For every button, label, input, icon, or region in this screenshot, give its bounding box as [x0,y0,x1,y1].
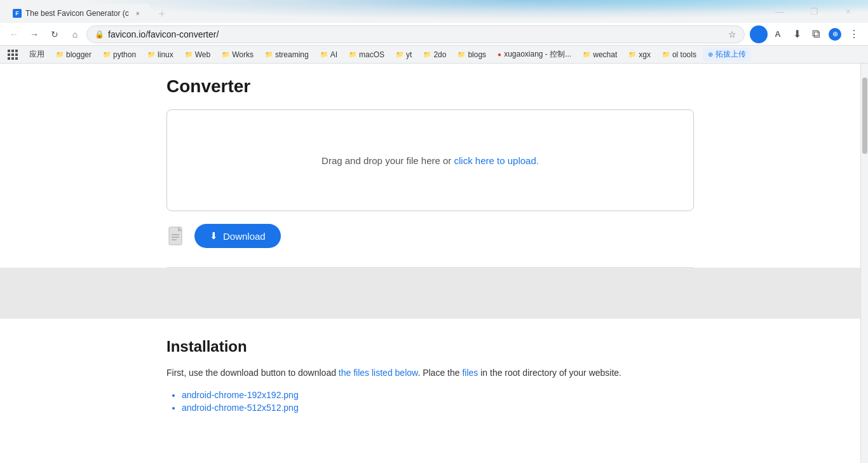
converter-section: Converter Drag and drop your file here o… [166,64,694,268]
bookmark-xugaoxiang-label: xugaoxiang - 控制... [504,49,571,60]
tab-area: F The best Favicon Generator (c × + [5,0,763,23]
file-drop-zone[interactable]: Drag and drop your file here or click he… [166,109,694,211]
svg-rect-4 [11,53,14,56]
tab-title: The best Favicon Generator (c [25,9,129,18]
upload-link[interactable]: click here to upload. [454,155,539,166]
bookmark-web[interactable]: 📁 Web [180,49,215,60]
back-button[interactable]: ← [5,25,23,43]
bookmark-ai[interactable]: 📁 AI [315,49,342,60]
files-link-2[interactable]: files [462,368,478,378]
download-button[interactable]: ⬇ Download [194,224,281,248]
bookmark-wechat[interactable]: 📁 wechat [578,49,622,60]
bookmark-ol-tools-label: ol tools [672,50,696,59]
bookmark-yt-label: yt [406,50,412,59]
installation-content: Installation First, use the download but… [154,319,707,434]
file-placeholder-icon [166,226,187,246]
url-input[interactable]: 🔒 favicon.io/favicon-converter/ ☆ [86,25,745,43]
bookmark-linux[interactable]: 📁 linux [142,49,179,60]
scrollbar-thumb[interactable] [862,78,867,154]
page-content: Converter Drag and drop your file here o… [0,64,860,463]
download-manager-icon[interactable]: ⬇ [788,25,806,43]
converter-title: Converter [166,76,694,97]
refresh-button[interactable]: ↻ [46,25,64,43]
svg-rect-6 [8,57,10,60]
bookmark-blogger-label: blogger [66,50,92,59]
apps-button[interactable] [5,47,20,62]
forward-button[interactable]: → [25,25,43,43]
bookmark-apps-label: 应用 [29,49,44,60]
svg-rect-0 [8,50,10,52]
window-controls: — ❐ × [765,0,863,23]
bookmark-xgx-label: xgx [639,50,651,59]
bookmark-macos[interactable]: 📁 macOS [344,49,390,60]
bookmark-wechat-label: wechat [593,50,617,59]
bookmark-2do-label: 2do [433,50,446,59]
translate-icon[interactable]: A [769,25,787,43]
profile-icon [750,25,768,43]
svg-rect-7 [11,57,14,60]
drop-text-prefix: Drag and drop your file here or [322,155,454,166]
bookmark-tuoba[interactable]: ⊕ 拓拔上传 [703,48,751,61]
download-label: Download [223,231,266,242]
bookmark-xugaoxiang[interactable]: ● xugaoxiang - 控制... [492,48,576,61]
active-tab[interactable]: F The best Favicon Generator (c × [5,4,151,23]
tab-close-button[interactable]: × [133,8,143,18]
drop-zone-text: Drag and drop your file here or click he… [322,155,539,166]
bookmark-web-label: Web [195,50,210,59]
scrollbar[interactable] [860,64,868,463]
home-button[interactable]: ⌂ [66,25,84,43]
bookmark-works[interactable]: 📁 Works [217,49,259,60]
page-area: Converter Drag and drop your file here o… [0,64,868,463]
download-area: ⬇ Download [166,224,694,248]
toolbar-right: A ⬇ ⧉ ⊕ ⋮ [750,25,863,43]
bookmarks-bar: 应用 📁 blogger 📁 python 📁 linux 📁 Web 📁 Wo… [0,46,868,64]
close-button[interactable]: × [834,0,863,23]
bookmark-2do[interactable]: 📁 2do [418,49,451,60]
svg-rect-5 [15,53,18,56]
bookmark-linux-label: linux [158,50,173,59]
bookmark-blogs-label: blogs [468,50,486,59]
file-link-1[interactable]: android-chrome-192x192.png [182,390,299,400]
bookmark-ai-label: AI [330,50,337,59]
file-link-2[interactable]: android-chrome-512x512.png [182,403,299,413]
bookmark-apps[interactable]: 应用 [24,48,50,61]
files-link-1[interactable]: the files listed below [339,368,418,378]
extensions-icon[interactable]: ⧉ [807,25,825,43]
title-bar: F The best Favicon Generator (c × + — ❐ … [0,0,868,23]
installation-section: Installation First, use the download but… [166,319,694,434]
svg-rect-2 [15,50,18,52]
extension-blue-icon[interactable]: ⊕ [826,25,844,43]
new-tab-button[interactable]: + [153,5,171,23]
bookmark-macos-label: macOS [359,50,384,59]
main-content: Converter Drag and drop your file here o… [154,64,707,268]
list-item: android-chrome-192x192.png [182,390,694,400]
installation-title: Installation [166,338,694,356]
gap-section [0,268,860,319]
address-bar: ← → ↻ ⌂ 🔒 favicon.io/favicon-converter/ … [0,23,868,46]
url-text: favicon.io/favicon-converter/ [108,29,722,39]
bookmark-python-label: python [113,50,136,59]
bookmark-ol-tools[interactable]: 📁 ol tools [657,49,702,60]
list-item: android-chrome-512x512.png [182,403,694,413]
install-file-list: android-chrome-192x192.png android-chrom… [166,390,694,413]
bookmark-streaming[interactable]: 📁 streaming [260,49,314,60]
installation-description: First, use the download button to downlo… [166,366,694,380]
lock-icon: 🔒 [95,30,104,39]
svg-rect-1 [11,50,14,52]
maximize-button[interactable]: ❐ [799,0,829,23]
bookmark-xgx[interactable]: 📁 xgx [623,49,656,60]
minimize-button[interactable]: — [765,0,794,23]
svg-rect-8 [15,57,18,60]
bookmark-star-icon[interactable]: ☆ [728,29,736,39]
download-icon: ⬇ [210,230,218,242]
bookmark-works-label: Works [232,50,254,59]
bookmark-streaming-label: streaming [275,50,309,59]
bookmark-tuoba-label: 拓拔上传 [715,49,746,60]
bookmark-python[interactable]: 📁 python [98,49,141,60]
svg-rect-3 [8,53,10,56]
menu-button[interactable]: ⋮ [845,25,863,43]
bookmark-blogger[interactable]: 📁 blogger [51,49,97,60]
profile-avatar[interactable] [750,25,768,43]
bookmark-blogs[interactable]: 📁 blogs [452,49,491,60]
bookmark-yt[interactable]: 📁 yt [391,49,417,60]
